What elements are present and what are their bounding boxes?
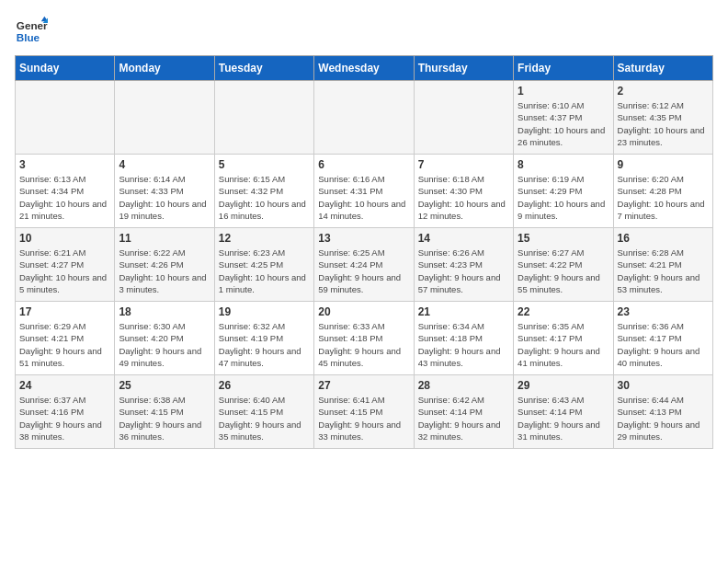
day-detail: Sunrise: 6:26 AM Sunset: 4:23 PM Dayligh… [418, 247, 509, 295]
page-header: General Blue [15, 15, 713, 48]
day-number: 13 [318, 232, 409, 245]
day-detail: Sunrise: 6:23 AM Sunset: 4:25 PM Dayligh… [219, 247, 310, 295]
day-detail: Sunrise: 6:32 AM Sunset: 4:19 PM Dayligh… [219, 320, 310, 369]
calendar-cell: 9Sunrise: 6:20 AM Sunset: 4:28 PM Daylig… [613, 155, 712, 228]
calendar-cell: 26Sunrise: 6:40 AM Sunset: 4:15 PM Dayli… [214, 375, 313, 449]
day-detail: Sunrise: 6:34 AM Sunset: 4:18 PM Dayligh… [418, 320, 509, 369]
calendar-cell: 23Sunrise: 6:36 AM Sunset: 4:17 PM Dayli… [613, 302, 712, 375]
calendar-cell: 19Sunrise: 6:32 AM Sunset: 4:19 PM Dayli… [214, 302, 313, 375]
calendar-cell: 8Sunrise: 6:19 AM Sunset: 4:29 PM Daylig… [514, 155, 613, 228]
day-number: 17 [19, 305, 110, 318]
col-header-saturday: Saturday [613, 56, 712, 81]
calendar-cell: 7Sunrise: 6:18 AM Sunset: 4:30 PM Daylig… [414, 155, 513, 228]
day-detail: Sunrise: 6:43 AM Sunset: 4:14 PM Dayligh… [518, 394, 609, 442]
calendar-cell: 22Sunrise: 6:35 AM Sunset: 4:17 PM Dayli… [514, 302, 613, 375]
calendar-cell: 15Sunrise: 6:27 AM Sunset: 4:22 PM Dayli… [514, 228, 613, 302]
day-number: 6 [318, 158, 409, 171]
day-number: 4 [119, 158, 210, 171]
day-detail: Sunrise: 6:44 AM Sunset: 4:13 PM Dayligh… [618, 394, 709, 442]
day-number: 5 [219, 158, 310, 171]
calendar-table: SundayMondayTuesdayWednesdayThursdayFrid… [15, 55, 713, 449]
day-number: 10 [19, 232, 110, 245]
day-number: 27 [318, 379, 409, 392]
day-number: 1 [518, 85, 609, 98]
col-header-monday: Monday [115, 56, 214, 81]
day-detail: Sunrise: 6:20 AM Sunset: 4:28 PM Dayligh… [618, 173, 709, 222]
calendar-cell [16, 81, 115, 155]
day-number: 20 [318, 305, 409, 318]
calendar-cell: 17Sunrise: 6:29 AM Sunset: 4:21 PM Dayli… [16, 302, 115, 375]
calendar-cell: 28Sunrise: 6:42 AM Sunset: 4:14 PM Dayli… [414, 375, 513, 449]
calendar-cell: 3Sunrise: 6:13 AM Sunset: 4:34 PM Daylig… [16, 155, 115, 228]
day-number: 12 [219, 232, 310, 245]
col-header-thursday: Thursday [414, 56, 513, 81]
calendar-cell: 6Sunrise: 6:16 AM Sunset: 4:31 PM Daylig… [314, 155, 414, 228]
day-number: 23 [618, 305, 709, 318]
calendar-cell: 10Sunrise: 6:21 AM Sunset: 4:27 PM Dayli… [16, 228, 115, 302]
calendar-cell: 16Sunrise: 6:28 AM Sunset: 4:21 PM Dayli… [613, 228, 712, 302]
calendar-cell: 11Sunrise: 6:22 AM Sunset: 4:26 PM Dayli… [115, 228, 214, 302]
day-number: 9 [618, 158, 709, 171]
day-number: 7 [418, 158, 509, 171]
day-number: 19 [219, 305, 310, 318]
day-number: 8 [518, 158, 609, 171]
day-detail: Sunrise: 6:13 AM Sunset: 4:34 PM Dayligh… [19, 173, 110, 222]
calendar-cell: 14Sunrise: 6:26 AM Sunset: 4:23 PM Dayli… [414, 228, 513, 302]
calendar-cell: 5Sunrise: 6:15 AM Sunset: 4:32 PM Daylig… [214, 155, 313, 228]
calendar-cell [414, 81, 513, 155]
logo-icon: General Blue [15, 15, 48, 48]
calendar-cell: 13Sunrise: 6:25 AM Sunset: 4:24 PM Dayli… [314, 228, 414, 302]
day-detail: Sunrise: 6:12 AM Sunset: 4:35 PM Dayligh… [618, 99, 709, 148]
calendar-cell: 4Sunrise: 6:14 AM Sunset: 4:33 PM Daylig… [115, 155, 214, 228]
col-header-wednesday: Wednesday [314, 56, 414, 81]
day-number: 29 [518, 379, 609, 392]
day-detail: Sunrise: 6:16 AM Sunset: 4:31 PM Dayligh… [318, 173, 409, 222]
day-detail: Sunrise: 6:27 AM Sunset: 4:22 PM Dayligh… [518, 247, 609, 295]
day-detail: Sunrise: 6:35 AM Sunset: 4:17 PM Dayligh… [518, 320, 609, 369]
calendar-cell: 1Sunrise: 6:10 AM Sunset: 4:37 PM Daylig… [514, 81, 613, 155]
day-detail: Sunrise: 6:36 AM Sunset: 4:17 PM Dayligh… [618, 320, 709, 369]
calendar-cell [314, 81, 414, 155]
day-detail: Sunrise: 6:14 AM Sunset: 4:33 PM Dayligh… [119, 173, 210, 222]
day-detail: Sunrise: 6:28 AM Sunset: 4:21 PM Dayligh… [618, 247, 709, 295]
calendar-cell [115, 81, 214, 155]
day-number: 22 [518, 305, 609, 318]
day-detail: Sunrise: 6:18 AM Sunset: 4:30 PM Dayligh… [418, 173, 509, 222]
day-number: 28 [418, 379, 509, 392]
day-detail: Sunrise: 6:19 AM Sunset: 4:29 PM Dayligh… [518, 173, 609, 222]
day-detail: Sunrise: 6:40 AM Sunset: 4:15 PM Dayligh… [219, 394, 310, 442]
calendar-cell: 27Sunrise: 6:41 AM Sunset: 4:15 PM Dayli… [314, 375, 414, 449]
day-detail: Sunrise: 6:38 AM Sunset: 4:15 PM Dayligh… [119, 394, 210, 442]
day-detail: Sunrise: 6:33 AM Sunset: 4:18 PM Dayligh… [318, 320, 409, 369]
calendar-cell: 24Sunrise: 6:37 AM Sunset: 4:16 PM Dayli… [16, 375, 115, 449]
calendar-cell: 25Sunrise: 6:38 AM Sunset: 4:15 PM Dayli… [115, 375, 214, 449]
col-header-tuesday: Tuesday [214, 56, 313, 81]
day-number: 30 [618, 379, 709, 392]
day-number: 24 [19, 379, 110, 392]
day-detail: Sunrise: 6:37 AM Sunset: 4:16 PM Dayligh… [19, 394, 110, 442]
calendar-cell: 29Sunrise: 6:43 AM Sunset: 4:14 PM Dayli… [514, 375, 613, 449]
day-detail: Sunrise: 6:30 AM Sunset: 4:20 PM Dayligh… [119, 320, 210, 369]
calendar-cell: 12Sunrise: 6:23 AM Sunset: 4:25 PM Dayli… [214, 228, 313, 302]
day-detail: Sunrise: 6:21 AM Sunset: 4:27 PM Dayligh… [19, 247, 110, 295]
logo: General Blue [15, 15, 48, 48]
day-detail: Sunrise: 6:25 AM Sunset: 4:24 PM Dayligh… [318, 247, 409, 295]
day-number: 3 [19, 158, 110, 171]
day-number: 14 [418, 232, 509, 245]
day-number: 18 [119, 305, 210, 318]
svg-text:Blue: Blue [17, 31, 40, 43]
col-header-friday: Friday [514, 56, 613, 81]
day-detail: Sunrise: 6:42 AM Sunset: 4:14 PM Dayligh… [418, 394, 509, 442]
day-detail: Sunrise: 6:15 AM Sunset: 4:32 PM Dayligh… [219, 173, 310, 222]
calendar-cell: 21Sunrise: 6:34 AM Sunset: 4:18 PM Dayli… [414, 302, 513, 375]
day-detail: Sunrise: 6:41 AM Sunset: 4:15 PM Dayligh… [318, 394, 409, 442]
day-number: 26 [219, 379, 310, 392]
day-detail: Sunrise: 6:10 AM Sunset: 4:37 PM Dayligh… [518, 99, 609, 148]
day-number: 25 [119, 379, 210, 392]
day-number: 16 [618, 232, 709, 245]
day-number: 11 [119, 232, 210, 245]
calendar-cell: 30Sunrise: 6:44 AM Sunset: 4:13 PM Dayli… [613, 375, 712, 449]
day-number: 15 [518, 232, 609, 245]
col-header-sunday: Sunday [16, 56, 115, 81]
calendar-cell: 2Sunrise: 6:12 AM Sunset: 4:35 PM Daylig… [613, 81, 712, 155]
